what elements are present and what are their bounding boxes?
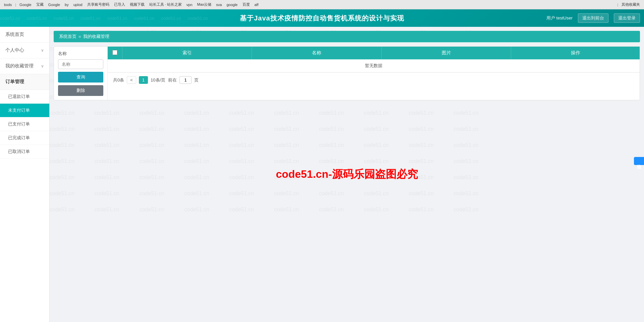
main-layout: 系统首页 个人中心 ∨ 我的收藏管理 ∨ 订单管理 已退款订单 未支付订单 已支…: [0, 27, 644, 322]
red-watermark: code51.cn-源码乐园盗图必究: [276, 167, 418, 182]
app-header: code51.cncode51.cncode51.cncode51.cncode…: [0, 9, 644, 27]
bookmark-seo[interactable]: 站长工具 · 站长之家: [148, 1, 183, 8]
table-panel: 索引 名称 图片 操作 暂无数据: [108, 47, 640, 100]
sidebar-item-personal[interactable]: 个人中心 ∨: [0, 43, 49, 58]
bookmark-max[interactable]: Max云储: [196, 1, 213, 8]
delete-button[interactable]: 删除: [58, 85, 103, 96]
breadcrumb-sep: ≡: [78, 34, 81, 39]
bookmark-treasure[interactable]: 宝藏: [35, 1, 45, 8]
bookmark-share[interactable]: 共享账号密码: [86, 1, 111, 8]
th-image: 图片: [381, 47, 511, 59]
user-label: 用户 testUser: [546, 15, 573, 21]
header-user-area: 用户 testUser 退出到前台 退出登录: [546, 13, 640, 23]
per-page-label: 10条/页: [151, 77, 165, 83]
bookmark-by[interactable]: by: [63, 2, 70, 7]
bookmark-baidu[interactable]: 百度: [241, 1, 251, 8]
sidebar-item-orders[interactable]: 订单管理: [0, 74, 49, 90]
th-checkbox: [108, 47, 122, 59]
bookmark-uplod[interactable]: uplod: [72, 2, 84, 7]
prev-page-btn[interactable]: <: [127, 76, 136, 84]
bookmark-import[interactable]: 已导入: [113, 1, 126, 8]
sidebar-sub-unpaid[interactable]: 未支付订单: [0, 104, 49, 117]
btn-front[interactable]: 退出到前台: [578, 13, 608, 23]
bookmark-google2[interactable]: Google: [47, 2, 61, 7]
total-count: 共0条: [113, 77, 124, 83]
bookmark-others[interactable]: 其他收藏夹: [620, 1, 641, 8]
data-table: 索引 名称 图片 操作 暂无数据: [108, 47, 640, 72]
breadcrumb-home[interactable]: 系统首页: [59, 34, 76, 40]
sidebar-item-home[interactable]: 系统首页: [0, 27, 49, 43]
sidebar: 系统首页 个人中心 ∨ 我的收藏管理 ∨ 订单管理 已退款订单 未支付订单 已支…: [0, 27, 50, 322]
pagination-bar: 共0条 < 1 10条/页 前在 页: [108, 72, 640, 87]
th-name: 名称: [252, 47, 381, 59]
search-label: 名称: [58, 51, 103, 57]
bookmark-sva[interactable]: sva: [215, 2, 223, 7]
sidebar-sub-paid[interactable]: 已支付订单: [0, 117, 49, 131]
page-label: 前在: [168, 77, 177, 83]
float-button[interactable]: 抱镇室: [634, 157, 644, 165]
bookmark-google3[interactable]: google: [225, 2, 239, 7]
empty-text: 暂无数据: [108, 59, 640, 72]
page-unit: 页: [194, 77, 199, 83]
th-action: 操作: [511, 47, 640, 59]
content-inner: 名称 查询 删除 索引 名称: [54, 47, 640, 100]
th-index: 索引: [122, 47, 252, 59]
browser-bar: tools | Google 宝藏 Google by uplod 共享账号密码…: [0, 0, 644, 9]
sidebar-sub-completed[interactable]: 已完成订单: [0, 131, 49, 145]
chevron-icon2: ∨: [41, 64, 44, 68]
query-button[interactable]: 查询: [58, 72, 103, 83]
app-title: 基于Java技术疫情防控自动售货机系统的设计与实现: [240, 14, 404, 23]
bookmark-google1[interactable]: Google: [18, 2, 33, 7]
breadcrumb-current: 我的收藏管理: [83, 34, 109, 40]
main-content: code51.cncode51.cncode51.cncode51.cncode…: [50, 27, 644, 322]
search-input[interactable]: [58, 59, 103, 69]
search-panel: 名称 查询 删除: [54, 47, 108, 100]
breadcrumb: 系统首页 ≡ 我的收藏管理: [54, 31, 640, 42]
page-jump-input[interactable]: [179, 76, 192, 84]
page-1-btn[interactable]: 1: [139, 76, 148, 84]
sidebar-sub-cancelled[interactable]: 已取消订单: [0, 145, 49, 159]
sidebar-sub-refunded[interactable]: 已退款订单: [0, 90, 49, 104]
sidebar-item-favorites[interactable]: 我的收藏管理 ∨: [0, 58, 49, 74]
btn-logout[interactable]: 退出登录: [614, 13, 640, 23]
bookmark-tools[interactable]: tools: [3, 2, 13, 7]
chevron-icon: ∨: [41, 48, 44, 53]
content-panel: 名称 查询 删除 索引 名称: [54, 46, 640, 100]
bookmark-video[interactable]: 视频下载: [128, 1, 146, 8]
bookmark-vpn[interactable]: vpn: [185, 2, 194, 7]
bookmark-aff[interactable]: aff: [253, 2, 260, 7]
select-all-checkbox[interactable]: [112, 50, 117, 55]
